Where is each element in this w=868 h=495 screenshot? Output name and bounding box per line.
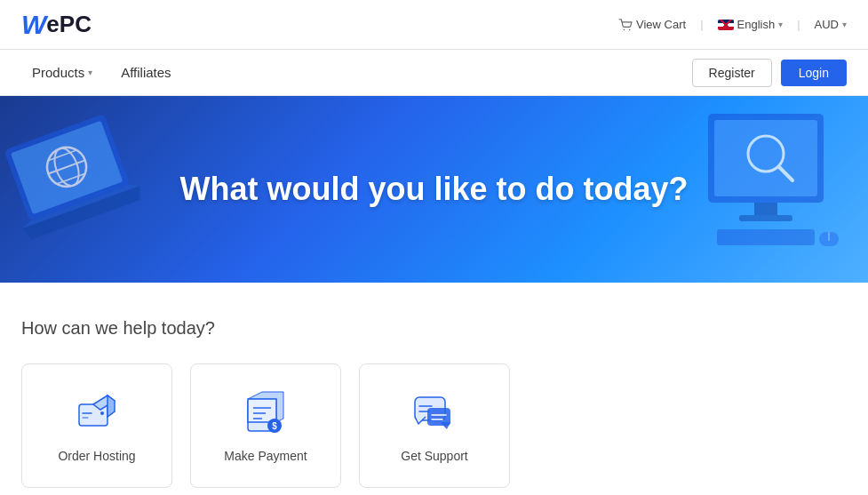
payment-icon: $ [241, 388, 291, 438]
logo-w: W [21, 10, 46, 40]
make-payment-card[interactable]: $ Make Payment [190, 363, 341, 488]
svg-point-0 [624, 28, 625, 30]
order-hosting-card[interactable]: Order Hosting [21, 363, 172, 488]
cards-row: Order Hosting $ Make Payment [21, 363, 847, 488]
get-support-card[interactable]: Get Support [359, 363, 510, 488]
language-label: English [737, 18, 776, 31]
currency-label: AUD [815, 18, 839, 31]
affiliates-nav-item[interactable]: Affiliates [110, 58, 181, 87]
language-chevron-icon: ▾ [778, 20, 783, 29]
divider: | [700, 18, 703, 31]
hero-title: What would you like to do today? [180, 171, 689, 208]
svg-text:$: $ [272, 421, 277, 431]
get-support-label: Get Support [401, 449, 468, 463]
login-button[interactable]: Login [781, 60, 847, 86]
svg-rect-15 [717, 229, 815, 245]
nav-left: Products ▾ Affiliates [21, 58, 182, 87]
cart-icon [618, 19, 633, 31]
svg-point-1 [629, 28, 631, 30]
currency-selector[interactable]: AUD ▾ [815, 18, 847, 31]
view-cart-label: View Cart [636, 18, 686, 31]
make-payment-label: Make Payment [224, 449, 307, 463]
language-selector[interactable]: English ▾ [718, 18, 784, 31]
top-bar-right: View Cart | English ▾ | AUD ▾ [618, 18, 847, 31]
products-chevron-icon: ▾ [88, 68, 92, 77]
svg-rect-10 [714, 120, 817, 196]
products-label: Products [32, 65, 84, 80]
main-content: How can we help today? Order Hosting [0, 283, 868, 495]
products-nav-item[interactable]: Products ▾ [21, 58, 103, 87]
svg-rect-14 [739, 215, 792, 221]
view-cart-link[interactable]: View Cart [618, 18, 686, 31]
support-icon [410, 388, 459, 438]
logo: WePC [21, 10, 92, 40]
divider2: | [797, 18, 800, 31]
register-button[interactable]: Register [692, 59, 772, 87]
affiliates-label: Affiliates [121, 65, 171, 80]
help-title: How can we help today? [21, 318, 847, 339]
hosting-icon [72, 388, 122, 438]
hero-deco-right [673, 96, 868, 283]
hero-content: What would you like to do today? [180, 171, 689, 208]
svg-rect-13 [754, 203, 777, 215]
currency-chevron-icon: ▾ [842, 20, 847, 29]
hero-banner: What would you like to do today? [0, 96, 868, 283]
flag-icon [718, 20, 734, 30]
hero-deco-left [0, 96, 195, 283]
nav-right: Register Login [692, 59, 847, 87]
top-bar: WePC View Cart | English ▾ | AUD ▾ [0, 0, 868, 50]
svg-point-21 [100, 411, 104, 415]
nav-bar: Products ▾ Affiliates Register Login [0, 50, 868, 96]
logo-rest: ePC [46, 11, 92, 38]
order-hosting-label: Order Hosting [58, 449, 135, 463]
